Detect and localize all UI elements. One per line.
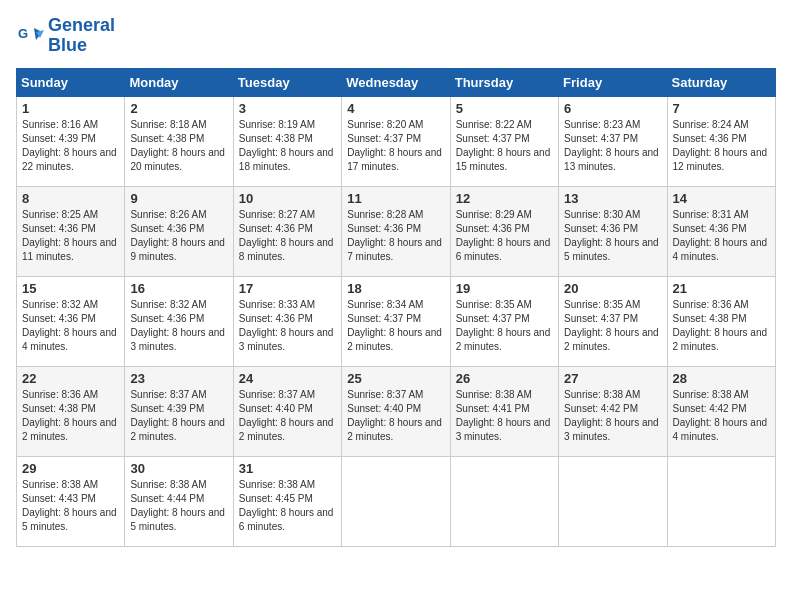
day-info: Sunrise: 8:18 AMSunset: 4:38 PMDaylight:… [130,118,227,174]
day-number: 5 [456,101,553,116]
calendar-cell: 19Sunrise: 8:35 AMSunset: 4:37 PMDayligh… [450,276,558,366]
weekday-header-saturday: Saturday [667,68,775,96]
calendar-cell: 7Sunrise: 8:24 AMSunset: 4:36 PMDaylight… [667,96,775,186]
day-info: Sunrise: 8:25 AMSunset: 4:36 PMDaylight:… [22,208,119,264]
calendar-cell: 2Sunrise: 8:18 AMSunset: 4:38 PMDaylight… [125,96,233,186]
day-info: Sunrise: 8:24 AMSunset: 4:36 PMDaylight:… [673,118,770,174]
day-info: Sunrise: 8:35 AMSunset: 4:37 PMDaylight:… [564,298,661,354]
day-number: 4 [347,101,444,116]
calendar-cell: 3Sunrise: 8:19 AMSunset: 4:38 PMDaylight… [233,96,341,186]
day-info: Sunrise: 8:20 AMSunset: 4:37 PMDaylight:… [347,118,444,174]
day-number: 23 [130,371,227,386]
day-info: Sunrise: 8:38 AMSunset: 4:42 PMDaylight:… [673,388,770,444]
day-info: Sunrise: 8:38 AMSunset: 4:44 PMDaylight:… [130,478,227,534]
day-number: 9 [130,191,227,206]
day-number: 3 [239,101,336,116]
day-info: Sunrise: 8:26 AMSunset: 4:36 PMDaylight:… [130,208,227,264]
weekday-header-friday: Friday [559,68,667,96]
calendar-cell: 22Sunrise: 8:36 AMSunset: 4:38 PMDayligh… [17,366,125,456]
day-number: 22 [22,371,119,386]
calendar-cell: 16Sunrise: 8:32 AMSunset: 4:36 PMDayligh… [125,276,233,366]
calendar-cell: 18Sunrise: 8:34 AMSunset: 4:37 PMDayligh… [342,276,450,366]
weekday-header-monday: Monday [125,68,233,96]
day-info: Sunrise: 8:30 AMSunset: 4:36 PMDaylight:… [564,208,661,264]
calendar-cell: 15Sunrise: 8:32 AMSunset: 4:36 PMDayligh… [17,276,125,366]
day-number: 27 [564,371,661,386]
logo-icon: G [16,22,44,50]
day-info: Sunrise: 8:36 AMSunset: 4:38 PMDaylight:… [673,298,770,354]
day-number: 2 [130,101,227,116]
day-info: Sunrise: 8:35 AMSunset: 4:37 PMDaylight:… [456,298,553,354]
calendar-cell: 29Sunrise: 8:38 AMSunset: 4:43 PMDayligh… [17,456,125,546]
day-info: Sunrise: 8:37 AMSunset: 4:40 PMDaylight:… [239,388,336,444]
calendar-cell: 12Sunrise: 8:29 AMSunset: 4:36 PMDayligh… [450,186,558,276]
calendar-cell: 6Sunrise: 8:23 AMSunset: 4:37 PMDaylight… [559,96,667,186]
day-number: 31 [239,461,336,476]
weekday-header-wednesday: Wednesday [342,68,450,96]
calendar-cell: 13Sunrise: 8:30 AMSunset: 4:36 PMDayligh… [559,186,667,276]
calendar-cell [667,456,775,546]
day-number: 21 [673,281,770,296]
day-info: Sunrise: 8:22 AMSunset: 4:37 PMDaylight:… [456,118,553,174]
day-number: 7 [673,101,770,116]
calendar-cell [450,456,558,546]
day-info: Sunrise: 8:16 AMSunset: 4:39 PMDaylight:… [22,118,119,174]
calendar-cell: 28Sunrise: 8:38 AMSunset: 4:42 PMDayligh… [667,366,775,456]
day-info: Sunrise: 8:23 AMSunset: 4:37 PMDaylight:… [564,118,661,174]
day-number: 24 [239,371,336,386]
day-number: 13 [564,191,661,206]
calendar-cell: 14Sunrise: 8:31 AMSunset: 4:36 PMDayligh… [667,186,775,276]
day-number: 11 [347,191,444,206]
weekday-header-thursday: Thursday [450,68,558,96]
day-info: Sunrise: 8:36 AMSunset: 4:38 PMDaylight:… [22,388,119,444]
calendar-cell: 30Sunrise: 8:38 AMSunset: 4:44 PMDayligh… [125,456,233,546]
day-number: 29 [22,461,119,476]
calendar-cell: 17Sunrise: 8:33 AMSunset: 4:36 PMDayligh… [233,276,341,366]
day-number: 30 [130,461,227,476]
calendar-cell: 23Sunrise: 8:37 AMSunset: 4:39 PMDayligh… [125,366,233,456]
logo: G General Blue [16,16,115,56]
calendar-week-row: 29Sunrise: 8:38 AMSunset: 4:43 PMDayligh… [17,456,776,546]
day-info: Sunrise: 8:31 AMSunset: 4:36 PMDaylight:… [673,208,770,264]
day-info: Sunrise: 8:33 AMSunset: 4:36 PMDaylight:… [239,298,336,354]
weekday-header-sunday: Sunday [17,68,125,96]
day-number: 12 [456,191,553,206]
calendar-week-row: 15Sunrise: 8:32 AMSunset: 4:36 PMDayligh… [17,276,776,366]
day-info: Sunrise: 8:37 AMSunset: 4:40 PMDaylight:… [347,388,444,444]
calendar-cell: 20Sunrise: 8:35 AMSunset: 4:37 PMDayligh… [559,276,667,366]
day-info: Sunrise: 8:32 AMSunset: 4:36 PMDaylight:… [22,298,119,354]
day-number: 19 [456,281,553,296]
weekday-header-row: SundayMondayTuesdayWednesdayThursdayFrid… [17,68,776,96]
calendar-cell [342,456,450,546]
day-info: Sunrise: 8:27 AMSunset: 4:36 PMDaylight:… [239,208,336,264]
day-info: Sunrise: 8:28 AMSunset: 4:36 PMDaylight:… [347,208,444,264]
day-info: Sunrise: 8:32 AMSunset: 4:36 PMDaylight:… [130,298,227,354]
day-number: 6 [564,101,661,116]
day-number: 16 [130,281,227,296]
logo-text: General Blue [48,16,115,56]
day-number: 28 [673,371,770,386]
page-container: G General Blue SundayMondayTuesdayWednes… [16,16,776,547]
calendar-table: SundayMondayTuesdayWednesdayThursdayFrid… [16,68,776,547]
day-number: 1 [22,101,119,116]
svg-text:G: G [18,26,28,41]
calendar-cell: 5Sunrise: 8:22 AMSunset: 4:37 PMDaylight… [450,96,558,186]
day-number: 8 [22,191,119,206]
day-number: 14 [673,191,770,206]
header: G General Blue [16,16,776,56]
day-info: Sunrise: 8:38 AMSunset: 4:45 PMDaylight:… [239,478,336,534]
calendar-week-row: 8Sunrise: 8:25 AMSunset: 4:36 PMDaylight… [17,186,776,276]
day-info: Sunrise: 8:34 AMSunset: 4:37 PMDaylight:… [347,298,444,354]
day-info: Sunrise: 8:38 AMSunset: 4:42 PMDaylight:… [564,388,661,444]
calendar-cell: 8Sunrise: 8:25 AMSunset: 4:36 PMDaylight… [17,186,125,276]
calendar-cell: 10Sunrise: 8:27 AMSunset: 4:36 PMDayligh… [233,186,341,276]
day-number: 17 [239,281,336,296]
day-number: 15 [22,281,119,296]
weekday-header-tuesday: Tuesday [233,68,341,96]
day-number: 10 [239,191,336,206]
calendar-week-row: 1Sunrise: 8:16 AMSunset: 4:39 PMDaylight… [17,96,776,186]
calendar-cell: 11Sunrise: 8:28 AMSunset: 4:36 PMDayligh… [342,186,450,276]
calendar-cell: 27Sunrise: 8:38 AMSunset: 4:42 PMDayligh… [559,366,667,456]
day-info: Sunrise: 8:37 AMSunset: 4:39 PMDaylight:… [130,388,227,444]
calendar-cell: 1Sunrise: 8:16 AMSunset: 4:39 PMDaylight… [17,96,125,186]
